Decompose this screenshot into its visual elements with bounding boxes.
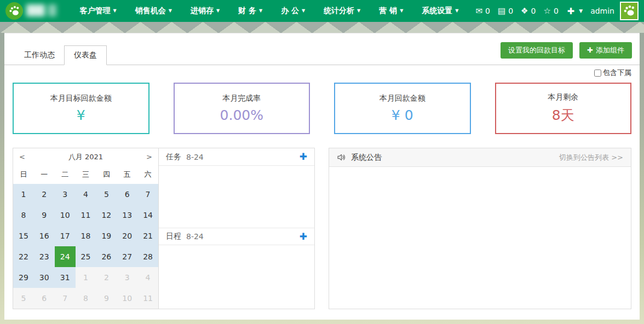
filter-bar: 包含下属 bbox=[4, 65, 640, 79]
calendar-day[interactable]: 6 bbox=[34, 288, 55, 309]
weekday-label: 四 bbox=[96, 165, 117, 184]
calendar-day[interactable]: 22 bbox=[13, 246, 34, 267]
calendar-day[interactable]: 8 bbox=[13, 205, 34, 225]
calendar-day[interactable]: 14 bbox=[137, 205, 158, 225]
calendar-day[interactable]: 27 bbox=[117, 246, 137, 267]
top-bar: 客户管理▼销售机会▼进销存▼财 务▼办 公▼统计分析▼营 销▼系统设置▼ ✉0▤… bbox=[0, 0, 644, 22]
chevron-down-icon: ▼ bbox=[259, 8, 262, 13]
add-widget-button[interactable]: ✚添加组件 bbox=[579, 42, 632, 59]
badge-compass-icon[interactable]: ❖0 bbox=[521, 6, 536, 16]
schedule-header: 日程 8-24 ✚ bbox=[159, 228, 314, 245]
calendar-day[interactable]: 7 bbox=[137, 184, 158, 205]
calendar-day[interactable]: 8 bbox=[76, 288, 96, 309]
calendar-grid: 1234567891011121314151617181920212223242… bbox=[13, 184, 158, 309]
username[interactable]: admin bbox=[590, 7, 614, 15]
badge-count: 0 bbox=[531, 7, 536, 15]
plus-icon: ✚ bbox=[587, 46, 593, 54]
stat-cards: 本月目标回款金额¥本月完成率0.00%本月回款金额¥ 0本月剩余8天 bbox=[4, 79, 640, 134]
calendar-day[interactable]: 4 bbox=[76, 184, 96, 205]
menu-item-销售机会[interactable]: 销售机会▼ bbox=[126, 6, 181, 16]
badge-layers-icon[interactable]: ▤0 bbox=[498, 6, 513, 16]
decorative-triangle-strip bbox=[0, 22, 644, 33]
calendar-day[interactable]: 17 bbox=[55, 225, 76, 246]
calendar-day[interactable]: 26 bbox=[96, 246, 117, 267]
calendar-day[interactable]: 15 bbox=[13, 225, 34, 246]
content-panel: 工作动态 仪表盘 设置我的回款目标 ✚添加组件 包含下属 本月目标回款金额¥本月… bbox=[4, 33, 640, 320]
calendar-day[interactable]: 13 bbox=[117, 205, 137, 225]
calendar-day[interactable]: 11 bbox=[137, 288, 158, 309]
stat-card-title: 本月目标回款金额 bbox=[50, 94, 112, 103]
calendar-day[interactable]: 3 bbox=[117, 267, 137, 288]
stat-card-value: 8天 bbox=[552, 106, 574, 124]
menu-item-统计分析[interactable]: 统计分析▼ bbox=[314, 6, 370, 16]
add-schedule-button[interactable]: ✚ bbox=[300, 232, 307, 241]
calendar-day[interactable]: 30 bbox=[34, 267, 55, 288]
calendar-day[interactable]: 29 bbox=[13, 267, 34, 288]
calendar-day[interactable]: 11 bbox=[76, 205, 96, 225]
calendar-day[interactable]: 31 bbox=[55, 267, 76, 288]
calendar-day[interactable]: 7 bbox=[55, 288, 76, 309]
calendar-day[interactable]: 2 bbox=[34, 184, 55, 205]
calendar-day[interactable]: 18 bbox=[76, 225, 96, 246]
tasks-header: 任务 8-24 ✚ bbox=[159, 148, 314, 166]
add-task-button[interactable]: ✚ bbox=[300, 152, 307, 161]
badge-star-icon[interactable]: ☆0 bbox=[543, 6, 558, 16]
calendar-day-selected[interactable]: 24 bbox=[55, 246, 76, 267]
tab-actions: 设置我的回款目标 ✚添加组件 bbox=[501, 42, 632, 65]
announcement-list-link[interactable]: 切换到公告列表 >> bbox=[559, 153, 623, 163]
calendar-day[interactable]: 9 bbox=[34, 205, 55, 225]
menu-item-系统设置[interactable]: 系统设置▼ bbox=[412, 6, 468, 16]
tab-work-feed[interactable]: 工作动态 bbox=[15, 46, 64, 65]
tab-dashboard[interactable]: 仪表盘 bbox=[64, 45, 107, 65]
calendar-day[interactable]: 10 bbox=[117, 288, 137, 309]
stat-card-0: 本月目标回款金额¥ bbox=[13, 83, 150, 134]
calendar-next-button[interactable]: > bbox=[145, 153, 152, 161]
calendar-day[interactable]: 12 bbox=[96, 205, 117, 225]
quick-add-caret-icon[interactable]: ▼ bbox=[579, 8, 583, 14]
calendar-day[interactable]: 28 bbox=[137, 246, 158, 267]
menu-item-办公[interactable]: 办 公▼ bbox=[272, 6, 314, 16]
layers-icon: ▤ bbox=[498, 6, 505, 16]
calendar-day[interactable]: 3 bbox=[55, 184, 76, 205]
calendar-day[interactable]: 25 bbox=[76, 246, 96, 267]
schedule-date: 8-24 bbox=[186, 232, 204, 241]
menu-item-营销[interactable]: 营 销▼ bbox=[370, 6, 412, 16]
announcement-header: 系统公告 切换到公告列表 >> bbox=[329, 148, 631, 167]
calendar-day[interactable]: 16 bbox=[34, 225, 55, 246]
calendar-day[interactable]: 19 bbox=[96, 225, 117, 246]
calendar-day[interactable]: 4 bbox=[137, 267, 158, 288]
calendar-day[interactable]: 6 bbox=[117, 184, 137, 205]
calendar-day[interactable]: 20 bbox=[117, 225, 137, 246]
announcement-widget: 系统公告 切换到公告列表 >> bbox=[329, 148, 631, 309]
stat-card-title: 本月剩余 bbox=[548, 92, 578, 102]
include-subordinates-checkbox[interactable] bbox=[594, 70, 601, 77]
chevron-down-icon: ▼ bbox=[357, 8, 360, 13]
tasks-widget: 任务 8-24 ✚ 日程 8-24 ✚ bbox=[159, 148, 315, 309]
calendar-day[interactable]: 23 bbox=[34, 246, 55, 267]
quick-add-icon[interactable]: ✚ bbox=[567, 6, 574, 16]
calendar-day[interactable]: 5 bbox=[96, 184, 117, 205]
menu-item-财务[interactable]: 财 务▼ bbox=[229, 6, 272, 16]
calendar-day[interactable]: 10 bbox=[55, 205, 76, 225]
menu-item-进销存[interactable]: 进销存▼ bbox=[181, 6, 229, 16]
badge-count: 0 bbox=[508, 7, 513, 15]
stat-card-1: 本月完成率0.00% bbox=[174, 83, 311, 134]
calendar-day[interactable]: 2 bbox=[96, 267, 117, 288]
calendar-day[interactable]: 1 bbox=[76, 267, 96, 288]
calendar-day[interactable]: 9 bbox=[96, 288, 117, 309]
topbar-right: ✉0▤0❖0☆0 ✚ ▼ admin bbox=[468, 2, 639, 20]
chevron-down-icon: ▼ bbox=[216, 8, 220, 13]
weekday-label: 二 bbox=[55, 165, 76, 184]
notification-badges: ✉0▤0❖0☆0 bbox=[468, 6, 558, 16]
calendar-prev-button[interactable]: < bbox=[19, 153, 27, 161]
announcement-title: 系统公告 bbox=[351, 153, 382, 163]
stat-card-3: 本月剩余8天 bbox=[495, 83, 632, 134]
calendar-day[interactable]: 21 bbox=[137, 225, 158, 246]
badge-mail-icon[interactable]: ✉0 bbox=[475, 6, 490, 16]
menu-item-客户管理[interactable]: 客户管理▼ bbox=[71, 6, 126, 16]
calendar-day[interactable]: 5 bbox=[13, 288, 34, 309]
avatar[interactable] bbox=[620, 2, 639, 20]
calendar-day[interactable]: 1 bbox=[13, 184, 34, 205]
set-goal-button[interactable]: 设置我的回款目标 bbox=[501, 42, 573, 59]
chevron-down-icon: ▼ bbox=[113, 8, 117, 13]
